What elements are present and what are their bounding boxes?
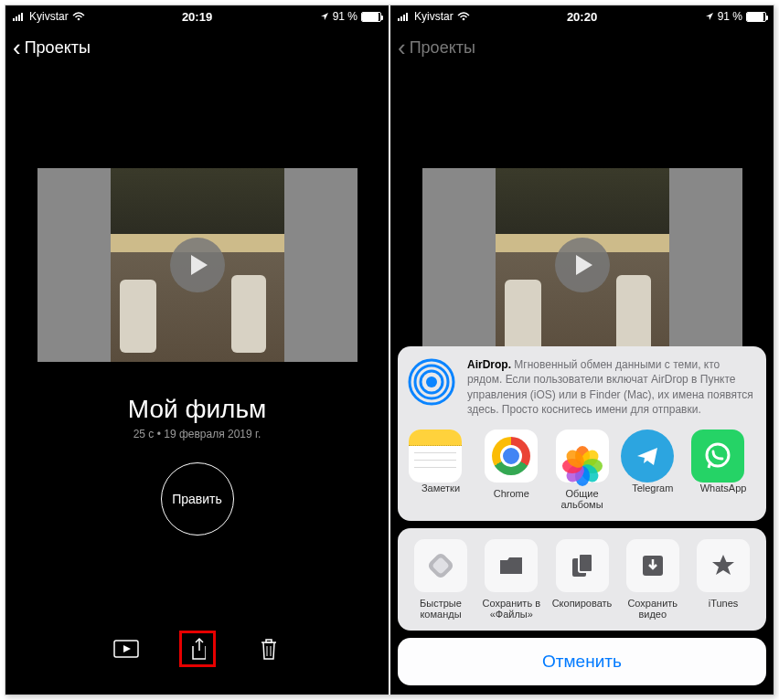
shortcuts-icon [414, 539, 467, 592]
video-preview[interactable] [37, 168, 357, 362]
share-app-notes[interactable]: Заметки [409, 430, 473, 510]
app-label: Общие альбомы [550, 488, 614, 510]
star-icon [697, 539, 750, 592]
cancel-button[interactable]: Отменить [398, 638, 766, 685]
share-actions-row: Быстрые команды Сохранить в «Файлы» Скоп… [407, 539, 757, 620]
action-save-to-files[interactable]: Сохранить в «Файлы» [479, 539, 543, 620]
status-bar: Kyivstar 20:19 91 % [5, 5, 389, 27]
edit-button[interactable]: Править [161, 462, 234, 536]
clock-time: 20:20 [390, 10, 774, 24]
play-button [555, 238, 610, 292]
share-app-shared-albums[interactable]: Общие альбомы [550, 430, 614, 510]
share-main-card: AirDrop. Мгновенный обмен данными с теми… [398, 346, 766, 521]
phone-project-detail: Kyivstar 20:19 91 % ‹ Проекты Мой фильм [5, 5, 389, 695]
share-apps-row: Заметки Chrome [407, 430, 757, 510]
share-actions-card: Быстрые команды Сохранить в «Файлы» Скоп… [398, 528, 766, 631]
app-label: Заметки [409, 483, 473, 493]
notes-icon [409, 430, 462, 483]
app-label: Telegram [621, 483, 685, 493]
chevron-left-icon: ‹ [13, 36, 21, 59]
battery-icon [746, 12, 766, 22]
action-itunes[interactable]: iTunes [691, 539, 755, 620]
airdrop-icon [407, 357, 456, 407]
play-tool-button[interactable] [108, 631, 144, 667]
download-icon [626, 539, 679, 592]
action-label: Сохранить видео [621, 598, 685, 620]
play-icon [189, 254, 209, 276]
phone-share-sheet: Kyivstar 20:20 91 % ‹ Проекты [390, 5, 774, 695]
share-app-chrome[interactable]: Chrome [479, 430, 543, 510]
telegram-icon [621, 430, 674, 483]
trash-icon [259, 637, 279, 661]
delete-tool-button[interactable] [251, 631, 287, 667]
play-icon [574, 254, 594, 276]
photos-icon [556, 430, 609, 483]
bottom-toolbar [5, 631, 389, 667]
clock-time: 20:19 [5, 10, 389, 24]
action-label: iTunes [691, 598, 755, 609]
play-button[interactable] [170, 238, 225, 292]
airdrop-section[interactable]: AirDrop. Мгновенный обмен данными с теми… [407, 357, 757, 417]
share-app-whatsapp[interactable]: WhatsApp [691, 430, 755, 510]
action-shortcuts[interactable]: Быстрые команды [409, 539, 473, 620]
action-label: Сохранить в «Файлы» [479, 598, 543, 620]
share-sheet: AirDrop. Мгновенный обмен данными с теми… [398, 346, 766, 685]
share-app-telegram[interactable]: Telegram [621, 430, 685, 510]
folder-icon [485, 539, 538, 592]
project-meta: 25 с • 19 февраля 2019 г. [5, 428, 389, 440]
app-label: WhatsApp [691, 483, 755, 493]
cancel-label: Отменить [542, 652, 622, 671]
action-label: Быстрые команды [409, 598, 473, 620]
project-title: Мой фильм [5, 395, 389, 424]
back-label: Проекты [410, 38, 475, 58]
chevron-left-icon: ‹ [398, 36, 406, 59]
copy-icon [556, 539, 609, 592]
status-bar: Kyivstar 20:20 91 % [390, 5, 774, 27]
back-projects-button: ‹ Проекты [390, 27, 774, 68]
share-tool-button[interactable] [179, 631, 216, 667]
battery-icon [361, 12, 381, 22]
svg-rect-21 [579, 554, 592, 572]
chrome-icon [485, 430, 538, 483]
back-projects-button[interactable]: ‹ Проекты [5, 27, 389, 68]
edit-label: Править [172, 492, 222, 506]
video-preview [422, 168, 742, 362]
app-label: Chrome [479, 488, 543, 499]
share-icon [189, 637, 206, 661]
action-label: Скопировать [550, 598, 614, 609]
airdrop-description: AirDrop. Мгновенный обмен данными с теми… [467, 357, 757, 417]
action-save-video[interactable]: Сохранить видео [621, 539, 685, 620]
back-label: Проекты [25, 38, 91, 58]
svg-point-13 [426, 377, 437, 387]
action-copy[interactable]: Скопировать [550, 539, 614, 620]
whatsapp-icon [691, 430, 744, 483]
